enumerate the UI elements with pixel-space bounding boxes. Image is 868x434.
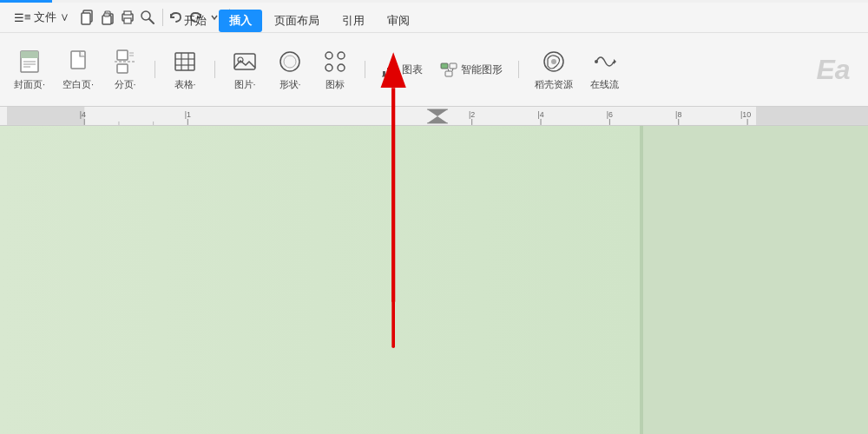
svg-text:|8: |8 xyxy=(675,110,681,119)
svg-point-31 xyxy=(326,52,332,59)
smartart-icon xyxy=(440,61,457,78)
svg-marker-46 xyxy=(614,59,616,64)
smartart-btn[interactable]: 智能图形 xyxy=(433,57,510,82)
onlineflow-btn[interactable]: 在线流 xyxy=(583,44,626,94)
svg-rect-41 xyxy=(445,71,452,76)
svg-point-45 xyxy=(551,59,556,64)
svg-rect-8 xyxy=(124,11,131,15)
picture-icon xyxy=(231,48,259,76)
paste-icon[interactable] xyxy=(100,10,115,25)
resource-label: 稻壳资源 xyxy=(535,79,573,90)
tab-layout[interactable]: 页面布局 xyxy=(264,10,330,32)
blankpage-label: 空白页· xyxy=(62,79,94,90)
ribbon-divider-4 xyxy=(518,61,519,78)
coverpage-btn[interactable]: 封面页· xyxy=(7,44,52,94)
tab-review[interactable]: 审阅 xyxy=(377,10,420,32)
svg-rect-16 xyxy=(71,51,85,69)
svg-text:|10: |10 xyxy=(740,110,751,119)
svg-text:|6: |6 xyxy=(607,110,613,119)
ribbon-divider-3 xyxy=(365,61,365,78)
svg-rect-37 xyxy=(391,64,394,76)
table-btn[interactable]: 表格· xyxy=(164,44,206,94)
shape-icon xyxy=(276,48,304,76)
find-icon[interactable] xyxy=(140,10,155,25)
icon-icon xyxy=(321,48,349,76)
icon-btn[interactable]: 图标 xyxy=(314,44,356,94)
ea-badge: Ea xyxy=(799,33,868,107)
document-area xyxy=(0,126,868,434)
coverpage-icon xyxy=(16,48,43,76)
chart-btn[interactable]: 图表 xyxy=(374,57,430,82)
ea-text: Ea xyxy=(816,54,850,86)
print-icon[interactable] xyxy=(120,10,135,25)
tab-bar: 开始 插入 页面布局 引用 审阅 xyxy=(174,5,420,36)
svg-rect-7 xyxy=(124,18,131,23)
tab-reference[interactable]: 引用 xyxy=(332,10,375,32)
chart-label: 图表 xyxy=(402,63,423,76)
svg-line-42 xyxy=(448,69,449,71)
svg-rect-12 xyxy=(21,51,38,58)
svg-rect-35 xyxy=(383,71,385,76)
ruler-marks: |4 |1 |2 |4 |6 |8 |10 xyxy=(0,107,868,125)
copy-icon[interactable] xyxy=(80,10,95,25)
svg-rect-36 xyxy=(387,68,390,76)
picture-btn[interactable]: 图片· xyxy=(224,44,266,94)
svg-point-34 xyxy=(338,64,345,71)
ruler: |4 |1 |2 |4 |6 |8 |10 xyxy=(0,107,868,126)
doc-page-left[interactable] xyxy=(0,126,640,434)
toolbar-divider xyxy=(162,9,163,26)
onlineflow-label: 在线流 xyxy=(590,79,619,90)
svg-rect-22 xyxy=(175,53,194,70)
svg-rect-27 xyxy=(234,54,255,69)
svg-rect-19 xyxy=(117,64,128,73)
svg-rect-1 xyxy=(82,13,90,24)
shape-label: 形状· xyxy=(279,79,301,90)
icon-label: 图标 xyxy=(326,79,345,90)
menu-icon: ☰ xyxy=(14,11,24,24)
pagebreak-label: 分页· xyxy=(115,79,136,90)
svg-text:|2: |2 xyxy=(469,110,475,119)
tab-start[interactable]: 开始 xyxy=(174,10,217,32)
svg-rect-39 xyxy=(441,63,448,69)
shape-btn[interactable]: 形状· xyxy=(269,44,311,94)
pagebreak-icon xyxy=(111,48,139,76)
svg-point-33 xyxy=(326,64,332,71)
blankpage-btn[interactable]: 空白页· xyxy=(56,44,101,94)
svg-rect-40 xyxy=(450,63,457,69)
svg-line-43 xyxy=(452,69,453,71)
table-label: 表格· xyxy=(174,79,196,90)
title-bar: ☰ ≡ 文件 ∨ xyxy=(0,3,868,33)
pagebreak-btn[interactable]: 分页· xyxy=(104,44,146,94)
svg-point-30 xyxy=(284,56,296,68)
smartart-label: 智能图形 xyxy=(461,63,503,76)
svg-text:|4: |4 xyxy=(537,110,543,119)
ribbon-divider-1 xyxy=(155,61,155,78)
resource-btn[interactable]: 稻壳资源 xyxy=(528,44,580,94)
svg-rect-17 xyxy=(117,50,128,60)
ribbon-divider-2 xyxy=(214,61,215,78)
resource-icon xyxy=(540,48,568,76)
svg-rect-49 xyxy=(7,107,84,125)
onlineflow-icon xyxy=(591,48,619,76)
file-menu-label: ≡ 文件 ∨ xyxy=(24,10,69,25)
svg-text:|1: |1 xyxy=(185,110,191,119)
svg-point-47 xyxy=(595,60,598,63)
chart-icon xyxy=(381,61,398,78)
coverpage-label: 封面页· xyxy=(14,79,45,90)
picture-label: 图片· xyxy=(234,79,256,90)
blankpage-icon xyxy=(64,48,92,76)
table-icon xyxy=(171,48,199,76)
doc-page-right[interactable] xyxy=(643,126,868,434)
svg-rect-5 xyxy=(104,13,109,16)
file-menu[interactable]: ☰ ≡ 文件 ∨ xyxy=(7,7,76,28)
tab-insert[interactable]: 插入 xyxy=(219,10,262,32)
svg-rect-50 xyxy=(756,107,868,125)
ribbon: 封面页· 空白页· 分页· xyxy=(0,33,868,107)
svg-line-10 xyxy=(149,19,154,23)
svg-point-29 xyxy=(280,52,299,71)
svg-point-32 xyxy=(338,52,345,59)
svg-text:|4: |4 xyxy=(80,110,86,119)
